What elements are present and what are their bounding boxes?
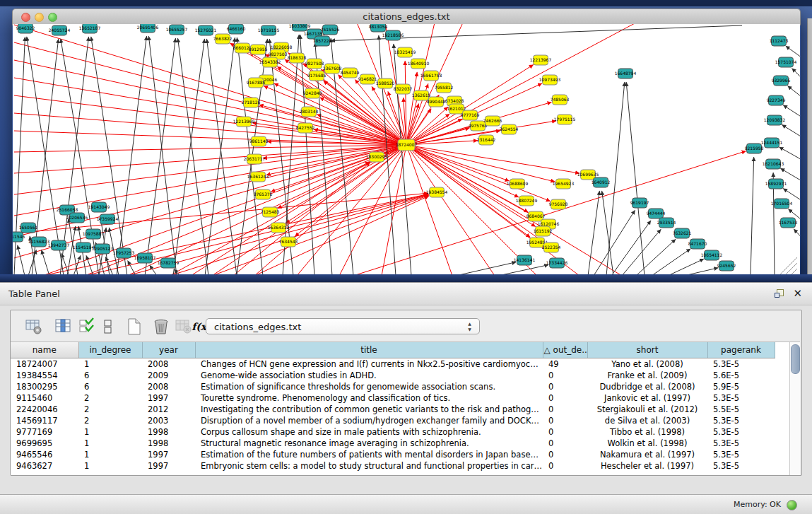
table-cell[interactable]: 14569117 — [11, 415, 78, 426]
create-column-icon[interactable] — [125, 317, 143, 336]
table-cell[interactable]: 5.3E-5 — [707, 438, 775, 449]
vertical-scrollbar[interactable] — [789, 342, 800, 475]
graph-node[interactable]: 6466160 — [227, 24, 246, 34]
table-cell[interactable]: 5.3E-5 — [707, 415, 775, 426]
graph-node[interactable]: 1588520 — [376, 78, 395, 88]
table-row[interactable]: 946362711997Embryonic stem cells: a mode… — [11, 460, 775, 472]
graph-node[interactable]: 9227349 — [767, 95, 786, 105]
column-header-out_de[interactable]: △ out_de... — [543, 342, 587, 358]
table-cell[interactable]: 5.9E-5 — [707, 381, 775, 392]
table-cell[interactable]: Wolkin et al. (1998) — [587, 438, 707, 449]
table-cell[interactable]: 5.3E-5 — [707, 449, 775, 460]
graph-node[interactable]: 2911546 — [13, 232, 25, 242]
graph-node[interactable]: 9046322 — [16, 24, 35, 33]
table-cell[interactable]: 0 — [543, 404, 587, 415]
select-columns-icon[interactable] — [78, 317, 97, 336]
split-panel-icon[interactable] — [103, 317, 113, 336]
graph-node[interactable]: 2367608 — [323, 64, 342, 74]
graph-node[interactable]: 16782759 — [158, 258, 180, 268]
table-cell[interactable]: 0 — [543, 449, 587, 460]
table-cell[interactable]: 1 — [78, 426, 142, 438]
graph-node[interactable]: 17334426 — [546, 258, 568, 268]
table-cell[interactable]: 19384554 — [11, 370, 78, 381]
graph-node[interactable]: 3624554 — [500, 124, 519, 134]
graph-node[interactable]: 7663822 — [213, 34, 233, 44]
graph-node[interactable]: 7857224 — [313, 36, 332, 46]
graph-node[interactable]: 16361243 — [247, 172, 269, 182]
table-cell[interactable]: 2003 — [142, 415, 195, 426]
table-options-icon[interactable] — [25, 317, 43, 336]
table-row[interactable]: 977716911998Corpus callosum shape and si… — [11, 426, 775, 438]
graph-node[interactable]: 9756928 — [549, 199, 568, 209]
table-cell[interactable]: 0 — [543, 460, 587, 472]
resize-grip-icon[interactable] — [786, 263, 797, 274]
graph-node[interactable]: 9146821 — [358, 74, 377, 84]
table-cell[interactable]: 5.3E-5 — [707, 358, 775, 370]
graph-node[interactable]: 12093832 — [764, 115, 786, 125]
graph-node[interactable]: 15892971 — [765, 179, 787, 189]
graph-node[interactable]: 16958107 — [134, 253, 156, 263]
table-cell[interactable]: de Silva et al. (2003) — [587, 415, 707, 426]
table-cell[interactable]: 2 — [78, 392, 142, 404]
table-cell[interactable]: 18724007 — [11, 358, 78, 370]
graph-node[interactable]: 14136141 — [514, 255, 536, 265]
graph-node[interactable]: 9827508 — [305, 59, 324, 69]
table-row[interactable]: 969969511998Structural magnetic resonanc… — [11, 438, 775, 449]
graph-node[interactable]: 18724007 — [396, 139, 418, 151]
graph-node[interactable]: 8813054 — [369, 24, 388, 32]
graph-node[interactable]: 17359924 — [97, 214, 119, 224]
graph-node[interactable]: 10719155 — [258, 25, 280, 35]
show-columns-icon[interactable] — [54, 317, 73, 336]
graph-node[interactable]: 18640910 — [408, 59, 430, 69]
graph-node[interactable]: 8471670 — [688, 239, 707, 249]
table-cell[interactable]: 1997 — [142, 449, 195, 460]
graph-node[interactable]: 8912955 — [249, 45, 268, 54]
graph-node[interactable]: 19218586 — [382, 30, 404, 40]
table-cell[interactable]: Corpus callosum shape and size in male p… — [195, 426, 543, 438]
graph-node[interactable]: 1650561 — [19, 223, 38, 233]
graph-node[interactable]: 7485063 — [551, 95, 570, 105]
table-row[interactable]: 1872400712008Changes of HCN gene express… — [11, 358, 775, 370]
table-cell[interactable]: 9699695 — [11, 438, 78, 449]
graph-node[interactable]: 8322037 — [394, 84, 413, 94]
table-cell[interactable]: 2008 — [142, 358, 195, 370]
table-cell[interactable]: 1 — [78, 449, 142, 460]
graph-node[interactable]: 18807249 — [516, 196, 538, 206]
table-cell[interactable]: 5.3E-5 — [707, 392, 775, 404]
table-cell[interactable]: 1997 — [142, 460, 195, 472]
table-cell[interactable]: Investigating the contribution of common… — [195, 404, 543, 415]
graph-node[interactable]: 8427552 — [296, 123, 315, 133]
graph-node[interactable]: 12905123 — [92, 244, 114, 254]
graph-node[interactable]: 2933514 — [657, 218, 676, 228]
table-cell[interactable]: 22420046 — [11, 404, 78, 415]
table-cell[interactable]: Structural magnetic resonance image aver… — [195, 438, 543, 449]
graph-node[interactable]: 20206536 — [66, 213, 88, 223]
table-cell[interactable]: 6 — [78, 381, 142, 392]
graph-node[interactable]: 7632621 — [673, 228, 692, 238]
table-cell[interactable]: 5.5E-5 — [707, 404, 775, 415]
graph-node[interactable]: 2718126 — [242, 98, 261, 107]
delete-columns-icon[interactable] — [152, 317, 170, 336]
table-cell[interactable]: 5.6E-5 — [707, 370, 775, 381]
table-cell[interactable]: 0 — [543, 392, 587, 404]
table-cell[interactable]: Tourette syndrome. Phenomenology and cla… — [195, 392, 543, 404]
graph-node[interactable]: 12444151 — [761, 138, 783, 148]
table-cell[interactable]: 5.3E-5 — [707, 460, 775, 472]
table-cell[interactable]: Changes of HCN gene expression and I(f) … — [195, 358, 543, 370]
table-row[interactable]: 1830029562008Estimation of significance … — [11, 381, 775, 392]
column-header-pagerank[interactable]: pagerank — [707, 342, 775, 358]
graph-node[interactable]: 7462666 — [483, 116, 502, 126]
graph-node[interactable]: 9242848 — [303, 88, 322, 98]
graph-node[interactable]: 7515526 — [321, 25, 340, 35]
table-row[interactable]: 1456911722003Disruption of a novel membe… — [11, 415, 775, 426]
graph-node[interactable]: 10688609 — [507, 179, 529, 189]
column-header-name[interactable]: name — [11, 342, 78, 358]
scrollbar-thumb[interactable] — [791, 344, 800, 374]
graph-node[interactable]: 8215958 — [745, 144, 764, 153]
window-title-bar[interactable]: citations_edges.txt — [12, 8, 801, 25]
table-cell[interactable]: Yano et al. (2008) — [587, 358, 707, 370]
table-cell[interactable]: Stergiakouli et al. (2012) — [587, 404, 707, 415]
graph-node[interactable]: 13942737 — [48, 240, 70, 250]
table-cell[interactable]: 9463627 — [11, 460, 78, 472]
column-header-short[interactable]: short — [587, 342, 707, 358]
